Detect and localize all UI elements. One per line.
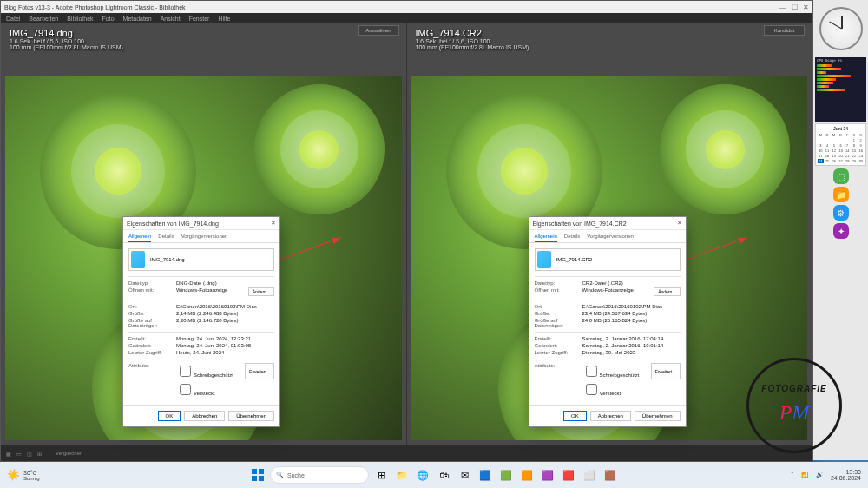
window-title: Blog Fotos v13-3 - Adobe Photoshop Light… — [4, 4, 186, 10]
tab-versions[interactable]: Vorgängerversionen — [181, 234, 228, 242]
meta-left-2: 100 mm (EF100mm f/2.8L Macro IS USM) — [10, 44, 398, 50]
meta-right-2: 100 mm (EF100mm f/2.8L Macro IS USM) — [416, 44, 804, 50]
clock-gadget[interactable] — [819, 7, 863, 50]
calendar-gadget[interactable]: Juni 24 MDMDFSS 12 3456789 1011121314151… — [815, 123, 866, 166]
app-icon[interactable]: 🟫 — [602, 466, 619, 484]
tray-chevron-icon[interactable]: ˄ — [791, 472, 794, 478]
meta-left-1: 1.6 Sek. bei f / 5,6, ISO 100 — [10, 38, 398, 44]
file-icon — [537, 251, 551, 268]
compare-left-pane: Auswählen IMG_7914.dng 1.6 Sek. bei f / … — [1, 23, 407, 445]
properties-dialog-left: Eigenschaften von IMG_7914.dng✕ Allgemei… — [122, 216, 280, 427]
cancel-button[interactable]: Abbrechen — [590, 411, 631, 421]
loupe-view-icon[interactable]: ▭ — [16, 451, 22, 457]
desktop-shortcut-icon[interactable]: ⚙ — [833, 205, 849, 221]
taskbar-time[interactable]: 13:30 — [831, 469, 861, 475]
filename-field[interactable]: IMG_7914.dng — [150, 257, 185, 262]
close-icon[interactable]: ✕ — [803, 3, 809, 11]
weather-icon[interactable]: ☀️ — [7, 469, 20, 481]
readonly-checkbox[interactable] — [586, 366, 597, 377]
calendar-month: Juni 24 — [818, 126, 864, 131]
svg-rect-2 — [252, 476, 257, 481]
logo-text: FOTOGRAFIE — [746, 384, 842, 393]
apply-button[interactable]: Übernehmen — [635, 411, 681, 421]
titlebar[interactable]: Blog Fotos v13-3 - Adobe Photoshop Light… — [1, 1, 812, 13]
mail-icon[interactable]: ✉ — [456, 466, 473, 484]
app-icon[interactable]: 🟩 — [497, 466, 515, 484]
menu-item[interactable]: Metadaten — [123, 16, 152, 22]
app-icon[interactable]: 🟦 — [477, 466, 494, 484]
tab-details[interactable]: Details — [564, 234, 580, 242]
explorer-icon[interactable]: 📁 — [393, 466, 411, 484]
search-icon: 🔍 — [276, 472, 284, 478]
menu-item[interactable]: Foto — [102, 16, 115, 22]
volume-icon[interactable]: 🔊 — [816, 472, 824, 478]
desktop-shortcut-icon[interactable]: ✦ — [833, 223, 849, 239]
grid-view-icon[interactable]: ▦ — [6, 451, 11, 457]
ok-button[interactable]: OK — [563, 411, 587, 421]
wifi-icon[interactable]: 📶 — [801, 472, 809, 478]
watermark-logo: FOTOGRAFIE PM — [746, 358, 842, 453]
dialog-title: Eigenschaften von IMG_7914.CR2 — [533, 221, 627, 227]
filename-right: IMG_7914.CR2 — [416, 28, 804, 38]
tab-details[interactable]: Details — [158, 234, 174, 242]
desktop-shortcut-icon[interactable]: 📁 — [833, 187, 849, 202]
menu-item[interactable]: Bearbeiten — [29, 16, 58, 22]
weather-cond: Sonnig — [23, 476, 40, 481]
menu-item[interactable]: Ansicht — [161, 16, 181, 22]
advanced-button[interactable]: Erweitert... — [651, 363, 681, 379]
menu-item[interactable]: Fenster — [189, 16, 210, 22]
change-button[interactable]: Ändern... — [654, 287, 680, 296]
desktop-shortcut-icon[interactable]: ⬚ — [833, 168, 849, 184]
taskbar-date[interactable]: 24.06.2024 — [831, 475, 861, 481]
ok-button[interactable]: OK — [158, 411, 181, 421]
weather-temp: 30°C — [23, 470, 40, 476]
compare-view-icon[interactable]: ◫ — [27, 451, 32, 457]
tab-general[interactable]: Allgemein — [128, 234, 151, 242]
tab-general[interactable]: Allgemein — [535, 234, 557, 242]
start-icon[interactable] — [249, 466, 266, 484]
dialog-title: Eigenschaften von IMG_7914.dng — [127, 221, 219, 227]
hidden-checkbox[interactable] — [180, 384, 191, 395]
svg-rect-3 — [259, 476, 264, 481]
meta-right-1: 1.6 Sek. bei f / 5,6, ISO 100 — [416, 38, 804, 44]
app-icon[interactable]: 🟧 — [518, 466, 536, 484]
menu-item[interactable]: Datei — [6, 16, 20, 22]
edge-icon[interactable]: 🌐 — [414, 466, 431, 484]
lightroom-footer: ▦ ▭ ◫ ⊞ Vergleichen — [1, 445, 812, 461]
minimize-icon[interactable]: — — [779, 3, 786, 11]
close-icon[interactable]: ✕ — [271, 220, 276, 227]
tab-versions[interactable]: Vorgängerversionen — [587, 234, 634, 242]
hidden-checkbox[interactable] — [586, 384, 597, 395]
readonly-checkbox[interactable] — [180, 366, 191, 377]
survey-view-icon[interactable]: ⊞ — [37, 451, 42, 457]
advanced-button[interactable]: Erweitert... — [245, 363, 274, 379]
cancel-button[interactable]: Abbrechen — [184, 411, 225, 421]
svg-rect-0 — [252, 469, 257, 474]
search-input[interactable]: 🔍Suche — [270, 466, 369, 484]
lightroom-window: Blog Fotos v13-3 - Adobe Photoshop Light… — [0, 0, 813, 462]
menu-item[interactable]: Bibliothek — [67, 16, 93, 22]
svg-rect-1 — [259, 469, 264, 474]
menu-item[interactable]: Hilfe — [218, 16, 230, 22]
taskbar: ☀️ 30°C Sonnig 🔍Suche ⊞ 📁 🌐 🛍 ✉ 🟦 🟩 🟧 🟪 … — [0, 462, 868, 488]
change-button[interactable]: Ändern... — [248, 287, 274, 296]
task-view-icon[interactable]: ⊞ — [372, 466, 390, 484]
app-icon[interactable]: 🟥 — [560, 466, 577, 484]
app-icon[interactable]: 🟪 — [539, 466, 556, 484]
maximize-icon[interactable]: ☐ — [792, 3, 798, 11]
apply-button[interactable]: Übernehmen — [228, 411, 274, 421]
cpu-title: CPU Usage 9% — [817, 59, 865, 63]
properties-dialog-right: Eigenschaften von IMG_7914.CR2✕ Allgemei… — [529, 216, 687, 427]
file-icon — [131, 251, 145, 268]
filename-left: IMG_7914.dng — [10, 28, 398, 38]
cpu-gadget[interactable]: CPU Usage 9% — [815, 57, 866, 122]
close-icon[interactable]: ✕ — [677, 220, 682, 227]
compare-label: Vergleichen — [56, 451, 82, 456]
filename-field[interactable]: IMG_7914.CR2 — [556, 257, 593, 262]
store-icon[interactable]: 🛍 — [435, 466, 452, 484]
app-icon[interactable]: ⬜ — [581, 466, 598, 484]
menubar: Datei Bearbeiten Bibliothek Foto Metadat… — [1, 13, 812, 23]
